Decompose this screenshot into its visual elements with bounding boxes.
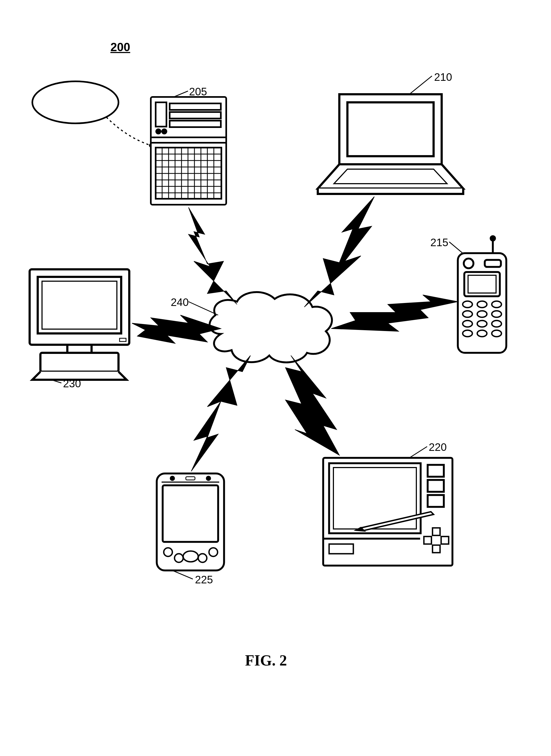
svg-point-42 xyxy=(492,311,501,317)
svg-rect-34 xyxy=(485,260,501,267)
svg-rect-58 xyxy=(441,537,449,544)
svg-point-46 xyxy=(463,330,472,337)
desktop-icon xyxy=(30,269,129,383)
svg-rect-76 xyxy=(40,353,118,372)
svg-rect-55 xyxy=(433,528,440,536)
svg-marker-83 xyxy=(286,355,339,455)
svg-rect-66 xyxy=(163,485,218,542)
svg-marker-81 xyxy=(132,315,221,343)
svg-point-64 xyxy=(207,477,210,480)
svg-rect-4 xyxy=(170,103,221,110)
svg-rect-3 xyxy=(156,102,166,127)
phone-icon xyxy=(449,236,506,353)
svg-rect-60 xyxy=(329,544,353,554)
svg-point-31 xyxy=(491,236,495,240)
svg-rect-77 xyxy=(119,338,126,341)
svg-rect-56 xyxy=(433,545,440,553)
svg-point-63 xyxy=(171,477,174,480)
svg-rect-65 xyxy=(186,477,195,480)
server-icon xyxy=(151,91,226,205)
content-ellipse xyxy=(32,81,153,147)
diagram-svg xyxy=(0,0,551,756)
svg-point-45 xyxy=(492,320,501,327)
svg-point-43 xyxy=(463,320,472,327)
svg-rect-57 xyxy=(424,537,432,544)
pda-icon xyxy=(157,474,224,579)
svg-point-70 xyxy=(198,554,207,562)
svg-rect-52 xyxy=(428,465,444,477)
tablet-pc-icon xyxy=(323,447,452,566)
svg-rect-53 xyxy=(428,480,444,492)
svg-rect-54 xyxy=(428,495,444,507)
svg-point-44 xyxy=(477,320,487,327)
svg-point-33 xyxy=(464,258,473,268)
svg-point-48 xyxy=(492,330,501,337)
svg-marker-80 xyxy=(331,295,458,331)
svg-point-41 xyxy=(477,311,487,317)
svg-point-37 xyxy=(463,301,472,307)
svg-rect-75 xyxy=(67,345,92,353)
svg-marker-82 xyxy=(191,355,250,471)
svg-point-71 xyxy=(209,548,217,557)
svg-point-8 xyxy=(162,129,166,134)
svg-point-40 xyxy=(463,311,472,317)
svg-point-39 xyxy=(492,301,501,307)
svg-marker-79 xyxy=(304,197,374,307)
svg-point-38 xyxy=(477,301,487,307)
svg-rect-6 xyxy=(170,121,221,127)
svg-point-68 xyxy=(174,554,183,562)
svg-marker-78 xyxy=(188,207,237,304)
patent-figure: 200 205 210 215 220 225 230 240 Content … xyxy=(0,0,551,756)
svg-point-67 xyxy=(164,548,172,557)
svg-point-47 xyxy=(477,330,487,337)
svg-rect-28 xyxy=(348,102,434,156)
svg-rect-74 xyxy=(42,281,117,329)
svg-rect-5 xyxy=(170,112,221,118)
laptop-icon xyxy=(318,76,463,194)
svg-point-0 xyxy=(32,81,118,123)
svg-point-7 xyxy=(156,129,160,134)
svg-rect-36 xyxy=(468,275,496,293)
svg-point-69 xyxy=(183,551,198,562)
